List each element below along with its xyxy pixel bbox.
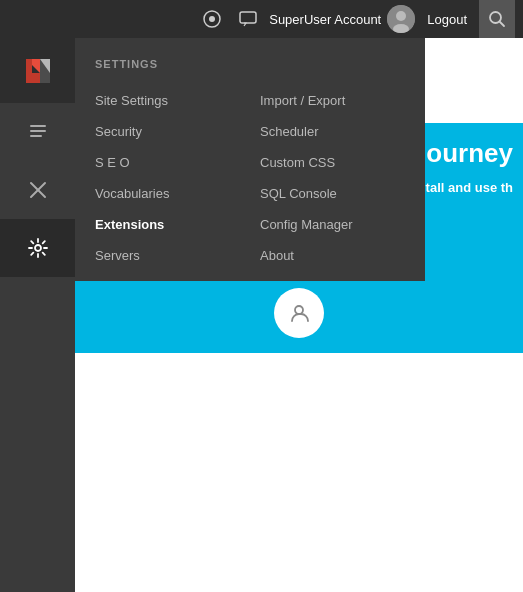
settings-vocabularies[interactable]: Vocabularies xyxy=(95,178,240,209)
content-area: dnn. Every journey DNN® makes it easy fo… xyxy=(75,38,523,592)
svg-rect-14 xyxy=(30,135,42,137)
chat-icon[interactable] xyxy=(233,4,263,34)
svg-line-7 xyxy=(500,22,505,27)
message-icon[interactable] xyxy=(197,4,227,34)
settings-columns: Site Settings Security S E O Vocabularie… xyxy=(75,85,425,271)
settings-title: SETTINGS xyxy=(75,58,425,85)
circle-button[interactable] xyxy=(274,288,324,338)
svg-point-17 xyxy=(35,245,41,251)
search-button[interactable] xyxy=(479,0,515,38)
top-bar: SuperUser Account Logout xyxy=(0,0,523,38)
settings-sql-console[interactable]: SQL Console xyxy=(260,178,405,209)
user-info: SuperUser Account Logout xyxy=(269,5,473,33)
main-layout: dnn. Every journey DNN® makes it easy fo… xyxy=(0,38,523,592)
sidebar xyxy=(0,38,75,592)
settings-config-manager[interactable]: Config Manager xyxy=(260,209,405,240)
settings-site-settings[interactable]: Site Settings xyxy=(95,85,240,116)
settings-custom-css[interactable]: Custom CSS xyxy=(260,147,405,178)
settings-dropdown: SETTINGS Site Settings Security S E O Vo… xyxy=(75,38,425,281)
settings-security[interactable]: Security xyxy=(95,116,240,147)
settings-about[interactable]: About xyxy=(260,240,405,271)
avatar xyxy=(387,5,415,33)
sidebar-item-settings[interactable] xyxy=(0,219,75,277)
svg-rect-12 xyxy=(30,125,46,127)
svg-rect-2 xyxy=(240,12,256,23)
settings-seo[interactable]: S E O xyxy=(95,147,240,178)
settings-extensions[interactable]: Extensions xyxy=(95,209,240,240)
logout-button[interactable]: Logout xyxy=(421,10,473,29)
settings-col-1: Site Settings Security S E O Vocabularie… xyxy=(75,85,250,271)
sidebar-item-content[interactable] xyxy=(0,103,75,161)
settings-import-export[interactable]: Import / Export xyxy=(260,85,405,116)
sidebar-item-tools[interactable] xyxy=(0,161,75,219)
sidebar-logo[interactable] xyxy=(0,38,75,103)
svg-point-1 xyxy=(209,16,215,22)
username-label: SuperUser Account xyxy=(269,12,381,27)
settings-servers[interactable]: Servers xyxy=(95,240,240,271)
svg-point-4 xyxy=(396,11,406,21)
settings-col-2: Import / Export Scheduler Custom CSS SQL… xyxy=(250,85,425,271)
svg-rect-13 xyxy=(30,130,46,132)
svg-point-20 xyxy=(295,306,303,314)
settings-scheduler[interactable]: Scheduler xyxy=(260,116,405,147)
